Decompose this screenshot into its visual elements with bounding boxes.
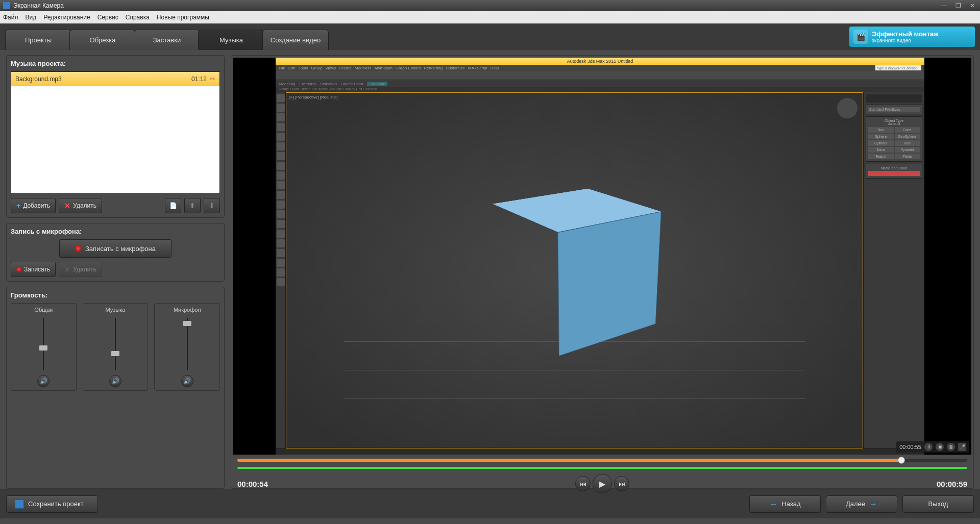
page-icon: 📄 bbox=[169, 202, 177, 209]
menu-edit[interactable]: Редактирование bbox=[43, 14, 90, 21]
tab-music[interactable]: Музыка bbox=[198, 30, 264, 50]
autogrid-label: AutoGrid bbox=[868, 122, 920, 126]
volume-section: Громкость: Общая 🔊 Музыка 🔊 bbox=[6, 287, 225, 489]
em-render: Rendering bbox=[424, 66, 443, 70]
volume-general: Общая 🔊 bbox=[11, 303, 77, 391]
music-list[interactable]: Background.mp3 01:12 ✂ bbox=[11, 71, 220, 194]
app-icon bbox=[3, 2, 10, 9]
delete-recording-button: ✕ Удалить bbox=[59, 262, 102, 277]
sr-objpaint: Object Paint bbox=[341, 82, 363, 86]
speaker-icon: 🔊 bbox=[183, 378, 191, 385]
video-seek-track[interactable] bbox=[237, 459, 967, 462]
vol-general-mute[interactable]: 🔊 bbox=[37, 375, 50, 387]
exit-label: Выход bbox=[928, 500, 948, 508]
add-label: Добавить bbox=[23, 202, 50, 209]
delete-label: Удалить bbox=[73, 202, 96, 209]
next-label: Далее bbox=[846, 500, 865, 508]
record-mic-button[interactable]: Записать с микрофона bbox=[59, 239, 172, 258]
embedded-title: Autodesk 3ds Max 2015 Untitled bbox=[276, 58, 924, 65]
em-tools: Tools bbox=[299, 66, 308, 70]
viewcube-icon bbox=[837, 98, 857, 118]
video-preview[interactable]: Autodesk 3ds Max 2015 Untitled File Edit… bbox=[233, 58, 971, 455]
record-label: Записать bbox=[24, 266, 50, 273]
sr-freeform: Freeform bbox=[299, 82, 315, 86]
menu-service[interactable]: Сервис bbox=[97, 14, 118, 21]
embedded-viewport: [+] [Perspective] [Realistic] bbox=[286, 92, 863, 448]
menu-newapps[interactable]: Новые программы bbox=[157, 14, 209, 21]
obj-plane: Plane bbox=[895, 154, 920, 159]
embedded-left-toolbar bbox=[276, 92, 286, 448]
music-item-name: Background.mp3 bbox=[15, 76, 191, 83]
vol-music-mute[interactable]: 🔊 bbox=[109, 375, 121, 387]
audio-track[interactable] bbox=[237, 467, 967, 469]
tab-projects[interactable]: Проекты bbox=[5, 30, 71, 50]
embedded-timeline bbox=[276, 448, 924, 455]
embedded-right-panel: Standard Primitives Object Type AutoGrid… bbox=[863, 92, 924, 448]
back-label: Назад bbox=[781, 500, 800, 508]
back-button[interactable]: ← Назад bbox=[749, 495, 821, 513]
vol-music-slider[interactable] bbox=[111, 316, 120, 372]
record-button[interactable]: Записать bbox=[11, 262, 56, 277]
add-music-button[interactable]: + Добавить bbox=[11, 198, 56, 213]
music-action-button[interactable]: 📄 bbox=[165, 198, 181, 213]
minimize-button[interactable]: — bbox=[939, 2, 948, 9]
embedded-toolbar bbox=[276, 71, 924, 80]
move-up-button[interactable]: ⬆ bbox=[184, 198, 201, 213]
play-controls: ⏮ ▶ ⏭ bbox=[575, 474, 629, 493]
tab-trim[interactable]: Обрезка bbox=[69, 30, 136, 50]
delete-recording-label: Удалить bbox=[73, 266, 96, 273]
vol-general-slider[interactable] bbox=[39, 316, 48, 372]
em-group: Group bbox=[311, 66, 322, 70]
stop-icon[interactable]: ⏹ bbox=[936, 443, 944, 451]
mic-icon[interactable]: 🎤 bbox=[958, 443, 966, 451]
menu-view[interactable]: Вид bbox=[26, 14, 37, 21]
em-help: Help bbox=[491, 66, 499, 70]
promo-banner[interactable]: 🎬 Эффектный монтаж экранного видео bbox=[849, 27, 975, 47]
embedded-3dsmax: Autodesk 3ds Max 2015 Untitled File Edit… bbox=[276, 58, 924, 455]
record-big-label: Записать с микрофона bbox=[85, 245, 156, 253]
tab-titles[interactable]: Заставки bbox=[134, 30, 200, 50]
trash-icon[interactable]: 🗑 bbox=[947, 443, 955, 451]
prev-button[interactable]: ⏮ bbox=[575, 476, 591, 491]
menu-file[interactable]: Файл bbox=[3, 14, 18, 21]
left-panel: Музыка проекта: Background.mp3 01:12 ✂ +… bbox=[6, 55, 225, 489]
exit-button[interactable]: Выход bbox=[902, 495, 974, 513]
promo-title: Эффектный монтаж bbox=[872, 30, 939, 38]
next-button[interactable]: Далее → bbox=[826, 495, 897, 513]
music-section: Музыка проекта: Background.mp3 01:12 ✂ +… bbox=[6, 55, 225, 218]
maximize-button[interactable]: ❐ bbox=[953, 2, 963, 9]
save-project-label: Сохранить проект bbox=[28, 500, 84, 508]
arrow-left-icon: ← bbox=[769, 500, 777, 509]
save-project-button[interactable]: Сохранить проект bbox=[6, 495, 98, 513]
embedded-search bbox=[875, 65, 921, 70]
sr-populate: Populate bbox=[367, 82, 387, 86]
viewport-label: [+] [Perspective] [Realistic] bbox=[289, 95, 337, 99]
next-button[interactable]: ⏭ bbox=[614, 476, 629, 491]
obj-torus: Torus bbox=[868, 147, 894, 153]
menu-help[interactable]: Справка bbox=[126, 14, 150, 21]
seek-thumb[interactable] bbox=[898, 457, 905, 464]
move-down-button[interactable]: ⬇ bbox=[204, 198, 220, 213]
delete-music-button[interactable]: ✕ Удалить bbox=[59, 198, 102, 213]
mic-section: Запись с микрофона: Записать с микрофона… bbox=[6, 223, 225, 282]
obj-tube: Tube bbox=[895, 140, 920, 146]
play-button[interactable]: ▶ bbox=[593, 474, 612, 493]
pause-icon[interactable]: ⏸ bbox=[924, 443, 933, 451]
mic-section-title: Запись с микрофона: bbox=[11, 228, 220, 235]
obj-pyramid: Pyramid bbox=[895, 147, 920, 153]
obj-geosphere: GeoSphere bbox=[895, 134, 920, 139]
preview-panel: Autodesk 3ds Max 2015 Untitled File Edit… bbox=[231, 55, 974, 489]
sr-selection: Selection bbox=[320, 82, 337, 86]
tab-create-video[interactable]: Создание видео bbox=[262, 30, 329, 50]
embedded-subribbon: Modeling Freeform Selection Object Paint… bbox=[276, 80, 924, 87]
vol-mic-mute[interactable]: 🔊 bbox=[181, 375, 193, 387]
music-item[interactable]: Background.mp3 01:12 ✂ bbox=[11, 72, 219, 86]
timeline-area: 00:00:54 ⏮ ▶ ⏭ 00:00:59 bbox=[233, 455, 971, 486]
close-button[interactable]: ✕ bbox=[968, 2, 977, 9]
music-item-time: 01:12 bbox=[191, 76, 207, 83]
volume-section-title: Громкость: bbox=[11, 291, 220, 299]
title-bar: Экранная Камера — ❐ ✕ bbox=[0, 0, 980, 11]
scissors-icon[interactable]: ✂ bbox=[210, 75, 215, 83]
em-edit: Edit bbox=[288, 66, 296, 70]
vol-mic-slider[interactable] bbox=[183, 316, 192, 372]
